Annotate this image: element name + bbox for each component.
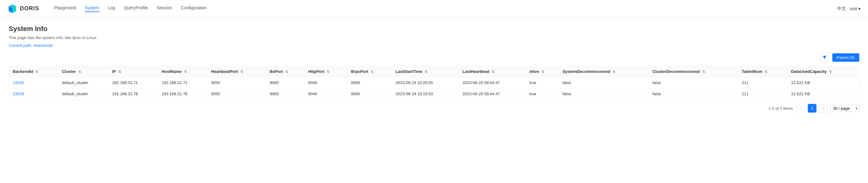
col-header-tabletnum[interactable]: TabletNum ⇅ [738, 66, 787, 77]
col-header-clusterdecommissioned[interactable]: ClusterDecommissioned ⇅ [649, 66, 738, 77]
col-header-systemdecommissioned[interactable]: SystemDecommissioned ⇅ [559, 66, 649, 77]
cell-hostname: 192.168.31.78 [158, 88, 208, 100]
nav-log[interactable]: Log [108, 5, 115, 12]
nav-links: Playground System Log QueryProfile Sessi… [54, 5, 827, 12]
cell-clusterdecommissioned: false [649, 77, 738, 88]
col-header-backendid[interactable]: BackendId ⇅ [9, 66, 58, 77]
cell-httpport: 8040 [305, 88, 347, 100]
cell-backendid[interactable]: 23030 [9, 77, 58, 88]
sort-icon-hostname: ⇅ [184, 70, 187, 74]
cell-brpcport: 8060 [347, 77, 392, 88]
nav-playground[interactable]: Playground [54, 5, 76, 12]
cell-datausedcapacity: 12.621 KB [787, 88, 859, 100]
toolbar-row: Parent Dir [9, 53, 859, 62]
sort-icon-brpcport: ⇅ [371, 70, 373, 74]
table-row: 23030default_cluster192.168.31.71192.168… [9, 77, 859, 88]
cell-beport: 9060 [266, 88, 305, 100]
cell-lastheartbeat: 2023-08-20 09:44:47 [459, 77, 526, 88]
parent-dir-button[interactable]: Parent Dir [832, 53, 859, 62]
sort-icon-ip: ⇅ [118, 70, 121, 74]
cell-laststarttime: 2023-08-19 10:20:05 [392, 77, 459, 88]
col-header-alive[interactable]: Alive ⇅ [526, 66, 559, 77]
backends-table: BackendId ⇅ Cluster ⇅ IP ⇅ HostName ⇅ He… [9, 66, 859, 99]
sort-icon-httpport: ⇅ [327, 70, 330, 74]
doris-logo-icon [7, 4, 18, 14]
cell-alive: true [526, 88, 559, 100]
main-content: System Info This page lists the system i… [0, 17, 868, 120]
sort-icon-cluster: ⇅ [78, 70, 81, 74]
col-header-beport[interactable]: BePort ⇅ [266, 66, 305, 77]
nav-bar: DORIS Playground System Log QueryProfile… [0, 0, 868, 17]
col-header-hostname[interactable]: HostName ⇅ [158, 66, 208, 77]
cell-cluster: default_cluster [58, 88, 108, 100]
cell-systemdecommissioned: false [559, 88, 649, 100]
sort-icon-laststarttime: ⇅ [425, 70, 428, 74]
sort-icon-datausedcapacity: ⇅ [829, 70, 832, 74]
col-header-brpcport[interactable]: BrpcPort ⇅ [347, 66, 392, 77]
cell-heartbeatport: 9050 [207, 88, 266, 100]
page-1-button[interactable]: 1 [808, 104, 816, 113]
next-page-button[interactable]: › [819, 104, 828, 113]
sort-icon-lastheartbeat: ⇅ [492, 70, 495, 74]
nav-right: 中文 root ▾ [837, 6, 861, 11]
cell-heartbeatport: 9050 [207, 77, 266, 88]
cell-hostname: 192.168.31.71 [158, 77, 208, 88]
pagination-summary: 1-2 of 2 items [768, 106, 793, 111]
col-header-cluster[interactable]: Cluster ⇅ [58, 66, 108, 77]
cell-lastheartbeat: 2023-08-20 09:44:47 [459, 88, 526, 100]
nav-system[interactable]: System [85, 5, 99, 12]
col-header-ip[interactable]: IP ⇅ [108, 66, 158, 77]
nav-configuration[interactable]: Configuration [181, 5, 207, 12]
sort-icon-heartbeatport: ⇅ [240, 70, 243, 74]
cell-beport: 9060 [266, 77, 305, 88]
sort-icon-clusterdecommissioned: ⇅ [702, 70, 705, 74]
prev-page-button[interactable]: ‹ [797, 104, 805, 113]
nav-session[interactable]: Session [157, 5, 172, 12]
data-table-wrapper: BackendId ⇅ Cluster ⇅ IP ⇅ HostName ⇅ He… [9, 66, 859, 100]
cell-tabletnum: 211 [738, 88, 787, 100]
filter-icon [823, 55, 827, 60]
sort-icon-alive: ⇅ [541, 70, 544, 74]
cell-datausedcapacity: 12.621 KB [787, 77, 859, 88]
cell-ip: 192.168.31.78 [108, 88, 158, 100]
col-header-datausedcapacity[interactable]: DataUsedCapacity ⇅ [787, 66, 859, 77]
col-header-laststarttime[interactable]: LastStartTime ⇅ [392, 66, 459, 77]
page-title: System Info [9, 25, 859, 33]
table-row: 23029default_cluster192.168.31.78192.168… [9, 88, 859, 100]
col-header-heartbeatport[interactable]: HeartbeatPort ⇅ [207, 66, 266, 77]
col-header-lastheartbeat[interactable]: LastHeartbeat ⇅ [459, 66, 526, 77]
page-description: This page lists the system info, like /p… [9, 35, 859, 40]
cell-systemdecommissioned: false [559, 77, 649, 88]
cell-backendid[interactable]: 23029 [9, 88, 58, 100]
current-path[interactable]: Current path: //backends [9, 43, 859, 48]
sort-icon-beport: ⇅ [285, 70, 288, 74]
per-page-wrapper: 30 / page 50 / page 100 / page [830, 105, 859, 112]
cell-cluster: default_cluster [58, 77, 108, 88]
sort-icon-tabletnum: ⇅ [765, 70, 767, 74]
cell-clusterdecommissioned: false [649, 88, 738, 100]
cell-alive: true [526, 77, 559, 88]
filter-button[interactable] [820, 53, 829, 62]
chevron-down-icon: ▾ [858, 6, 861, 11]
cell-tabletnum: 211 [738, 77, 787, 88]
per-page-select[interactable]: 30 / page 50 / page 100 / page [830, 105, 859, 112]
language-selector[interactable]: 中文 [837, 6, 846, 11]
logo: DORIS [7, 4, 39, 14]
cell-laststarttime: 2023-08-19 10:19:53 [392, 88, 459, 100]
logo-text: DORIS [20, 5, 39, 12]
cell-httpport: 8040 [305, 77, 347, 88]
user-menu[interactable]: root ▾ [850, 6, 861, 11]
sort-icon-systemdecommissioned: ⇅ [613, 70, 615, 74]
cell-ip: 192.168.31.71 [108, 77, 158, 88]
table-header-row: BackendId ⇅ Cluster ⇅ IP ⇅ HostName ⇅ He… [9, 66, 859, 77]
cell-brpcport: 8060 [347, 88, 392, 100]
pagination-row: 1-2 of 2 items ‹ 1 › 30 / page 50 / page… [9, 104, 859, 113]
col-header-httpport[interactable]: HttpPort ⇅ [305, 66, 347, 77]
nav-queryprofile[interactable]: QueryProfile [124, 5, 148, 12]
sort-icon-backendid: ⇅ [35, 70, 38, 74]
